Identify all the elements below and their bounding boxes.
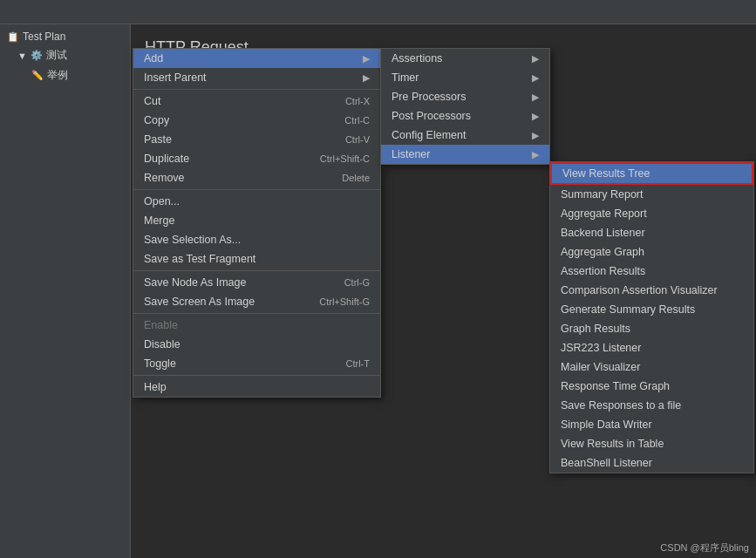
menu-item-save-screen-image[interactable]: Save Screen As Image Ctrl+Shift-G [133, 292, 380, 311]
menu-item-save-node-image-label: Save Node As Image [144, 276, 327, 289]
menu-item-summary-report[interactable]: Summary Report [550, 185, 753, 204]
menu-item-save-responses-to-file-label: Save Responses to a file [561, 399, 743, 412]
example-icon: ✏️ [31, 70, 44, 81]
menu-item-simple-data-writer-label: Simple Data Writer [561, 418, 743, 431]
menu-item-paste-label: Paste [144, 133, 328, 146]
menu-item-paste[interactable]: Paste Ctrl-V [133, 130, 380, 149]
menu-item-beanshell-listener[interactable]: BeanShell Listener [550, 453, 753, 473]
menu-item-save-selection-label: Save Selection As... [144, 234, 370, 246]
watermark: CSDN @程序员bling [660, 541, 749, 555]
menu-item-post-processors-label: Post Processors [392, 110, 532, 122]
menu-item-save-node-image-shortcut: Ctrl-G [344, 277, 370, 288]
menu-item-insert-parent-arrow: ▶ [363, 72, 370, 84]
menu-item-beanshell-listener-label: BeanShell Listener [561, 457, 743, 469]
menu-item-enable: Enable [133, 316, 380, 335]
menu-item-simple-data-writer[interactable]: Simple Data Writer [550, 415, 753, 434]
menu-sep-3 [133, 270, 380, 271]
tree-item-label: 测试 [46, 48, 67, 63]
menu-item-aggregate-graph-label: Aggregate Graph [561, 246, 743, 258]
menu-sep-1 [133, 89, 380, 90]
menu-item-toggle-shortcut: Ctrl-T [346, 358, 371, 369]
menu-item-listener[interactable]: Listener ▶ [381, 145, 549, 164]
menu-item-save-selection[interactable]: Save Selection As... [133, 230, 380, 249]
menu-item-assertions-arrow: ▶ [532, 53, 539, 65]
menu-item-view-results-in-table[interactable]: View Results in Table [550, 434, 753, 453]
menu-item-disable[interactable]: Disable [133, 335, 380, 354]
menu-item-save-fragment-label: Save as Test Fragment [144, 253, 370, 265]
menu-item-insert-parent-label: Insert Parent [144, 71, 363, 84]
menu-item-backend-listener[interactable]: Backend Listener [550, 223, 753, 242]
menu-item-assertion-results-label: Assertion Results [561, 265, 743, 277]
menu-item-mailer-visualizer[interactable]: Mailer Visualizer [550, 357, 753, 377]
menu-item-config-element[interactable]: Config Element ▶ [381, 126, 549, 145]
menu-item-cut[interactable]: Cut Ctrl-X [133, 92, 380, 111]
menu-item-open[interactable]: Open... [133, 192, 380, 211]
test-node-icon: ⚙️ [31, 50, 43, 61]
menu-sep-4 [133, 313, 380, 314]
menu-item-cut-label: Cut [144, 95, 328, 107]
menu-sep-5 [133, 375, 380, 376]
tree-item-test-node[interactable]: ▼ ⚙️ 测试 [0, 45, 130, 65]
menu-item-view-results-tree-label: View Results Tree [562, 167, 741, 180]
menu-item-assertions-label: Assertions [392, 52, 532, 65]
menu-item-aggregate-report-label: Aggregate Report [561, 208, 743, 220]
menu-item-view-results-tree[interactable]: View Results Tree [550, 162, 753, 185]
menu-item-toggle-label: Toggle [144, 357, 329, 370]
menu-item-save-screen-image-shortcut: Ctrl+Shift-G [319, 296, 370, 307]
menu-item-toggle[interactable]: Toggle Ctrl-T [133, 354, 380, 373]
menu-item-help[interactable]: Help [133, 378, 380, 397]
menu-item-timer-label: Timer [392, 71, 532, 84]
menu-item-generate-summary-results-label: Generate Summary Results [561, 303, 743, 316]
tree-item-test-plan[interactable]: 📋 Test Plan [0, 28, 130, 45]
tree-item-label: 举例 [47, 68, 68, 83]
menu-item-help-label: Help [144, 381, 370, 393]
menu-item-enable-label: Enable [144, 319, 370, 331]
test-plan-icon: 📋 [7, 31, 19, 43]
context-menu-l3: View Results Tree Summary Report Aggrega… [549, 161, 754, 473]
menu-item-pre-processors-label: Pre Processors [392, 91, 532, 103]
menu-item-comparison-assertion-visualizer[interactable]: Comparison Assertion Visualizer [550, 281, 753, 300]
menu-item-save-screen-image-label: Save Screen As Image [144, 296, 302, 308]
menu-item-save-node-image[interactable]: Save Node As Image Ctrl-G [133, 273, 380, 292]
menu-item-cut-shortcut: Ctrl-X [345, 96, 370, 106]
menu-item-timer-arrow: ▶ [532, 72, 539, 84]
menu-item-save-responses-to-file[interactable]: Save Responses to a file [550, 396, 753, 415]
menu-item-post-processors[interactable]: Post Processors ▶ [381, 106, 549, 126]
menu-item-response-time-graph[interactable]: Response Time Graph [550, 377, 753, 396]
menu-item-save-fragment[interactable]: Save as Test Fragment [133, 249, 380, 269]
menu-item-aggregate-report[interactable]: Aggregate Report [550, 204, 753, 223]
menu-item-config-element-label: Config Element [392, 129, 532, 141]
menu-item-open-label: Open... [144, 195, 370, 208]
menu-sep-2 [133, 189, 380, 190]
context-menu-l1: Add ▶ Insert Parent ▶ Cut Ctrl-X Copy Ct… [133, 48, 381, 398]
menu-item-summary-report-label: Summary Report [561, 188, 743, 201]
menu-item-remove-shortcut: Delete [342, 173, 370, 183]
menu-item-paste-shortcut: Ctrl-V [345, 134, 370, 145]
menu-item-add-arrow: ▶ [363, 53, 370, 65]
tree-item-example[interactable]: ✏️ 举例 [0, 65, 130, 85]
menu-item-insert-parent[interactable]: Insert Parent ▶ [133, 68, 380, 87]
menu-item-pre-processors[interactable]: Pre Processors ▶ [381, 87, 549, 106]
menu-item-comparison-assertion-visualizer-label: Comparison Assertion Visualizer [561, 284, 743, 296]
menu-item-merge[interactable]: Merge [133, 211, 380, 230]
expand-icon: ▼ [17, 51, 27, 61]
menu-item-config-element-arrow: ▶ [532, 130, 539, 141]
tree-item-label: Test Plan [23, 31, 65, 43]
menu-item-mailer-visualizer-label: Mailer Visualizer [561, 361, 743, 373]
menu-item-timer[interactable]: Timer ▶ [381, 68, 549, 87]
menu-item-merge-label: Merge [144, 214, 370, 227]
menu-item-pre-processors-arrow: ▶ [532, 92, 539, 103]
menu-item-graph-results[interactable]: Graph Results [550, 319, 753, 338]
menu-item-copy-shortcut: Ctrl-C [344, 115, 370, 126]
menu-item-duplicate[interactable]: Duplicate Ctrl+Shift-C [133, 149, 380, 168]
menu-item-assertions[interactable]: Assertions ▶ [381, 49, 549, 68]
menu-item-jsr223-listener[interactable]: JSR223 Listener [550, 338, 753, 357]
menu-item-add[interactable]: Add ▶ [133, 49, 380, 68]
menu-item-copy[interactable]: Copy Ctrl-C [133, 111, 380, 130]
menu-item-aggregate-graph[interactable]: Aggregate Graph [550, 242, 753, 262]
menu-item-backend-listener-label: Backend Listener [561, 227, 743, 239]
menu-item-generate-summary-results[interactable]: Generate Summary Results [550, 300, 753, 319]
menu-item-response-time-graph-label: Response Time Graph [561, 380, 743, 392]
menu-item-remove[interactable]: Remove Delete [133, 168, 380, 187]
menu-item-assertion-results[interactable]: Assertion Results [550, 262, 753, 281]
